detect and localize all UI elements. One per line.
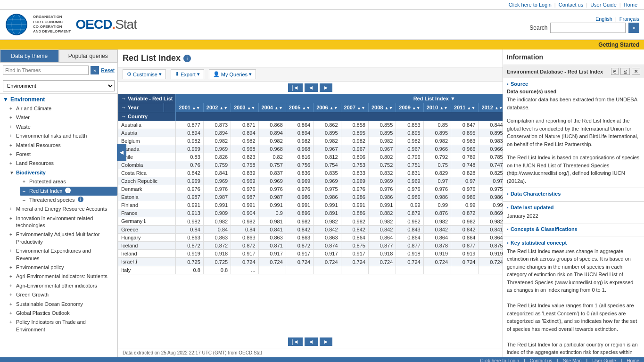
getting-started-label[interactable]: Getting Started <box>598 41 639 48</box>
sidebar-item-global-plastics[interactable]: + Global Plastics Outlook <box>7 309 117 318</box>
footer-login-link[interactable]: Click here to Login <box>480 358 519 362</box>
login-link[interactable]: Click here to Login <box>509 2 552 8</box>
country-sub-header <box>164 103 176 112</box>
sidebar-item-material[interactable]: + Material Resources <box>7 141 117 150</box>
sidebar-item-green-growth[interactable]: + Green Growth <box>7 290 117 299</box>
value-cell: 0.968 <box>258 145 286 153</box>
sidebar-item-env-policy[interactable]: + Environmental policy <box>7 263 117 272</box>
search-button[interactable]: » <box>628 23 639 33</box>
sort-icon[interactable]: ▲▼ <box>357 106 365 110</box>
value-cell: 0.99 <box>423 201 451 209</box>
nav-next-button[interactable]: ► <box>320 83 333 92</box>
sort-icon[interactable]: ▲▼ <box>219 106 228 110</box>
sidebar-item-water[interactable]: + Water <box>7 113 117 122</box>
user-guide-link[interactable]: User Guide <box>590 2 617 8</box>
value-cell: 0.832 <box>368 169 396 177</box>
sidebar-reset-button[interactable]: Reset <box>101 67 115 73</box>
value-cell: 0.919 <box>451 250 479 258</box>
panel-icon-btn-1[interactable]: ⎘ <box>611 68 619 75</box>
sort-icon[interactable]: ▲▼ <box>247 106 256 110</box>
nav-bottom-next-button[interactable]: ► <box>320 337 333 346</box>
sort-icon[interactable]: ▲▼ <box>302 106 310 110</box>
tab-data-by-theme[interactable]: Data by theme <box>0 49 59 62</box>
sidebar-item-red-list-index[interactable]: – Red List Index i <box>20 187 117 196</box>
sidebar-search-input[interactable] <box>3 66 89 75</box>
sidebar-item-sustainable-ocean[interactable]: + Sustainable Ocean Economy <box>7 300 117 309</box>
value-cell: 0.895 <box>314 129 341 137</box>
sidebar-item-env-risks[interactable]: + Environmental risks and health <box>7 132 117 140</box>
value-cell: 0.724 <box>479 258 503 266</box>
table-row: Finland0.9910.9910.9910.9910.9910.9910.9… <box>118 201 503 209</box>
tab-popular-queries[interactable]: Popular queries <box>59 49 118 62</box>
sidebar-search-button[interactable]: » <box>91 66 99 74</box>
tree-root-environment[interactable]: ▼ Environment <box>0 95 117 104</box>
sidebar-item-protected-areas[interactable]: + Protected areas <box>20 177 117 186</box>
sort-icon[interactable]: ▲▼ <box>467 106 476 110</box>
contact-link[interactable]: Contact us <box>559 2 584 8</box>
value-cell: 0.85 <box>423 121 451 129</box>
sidebar-toggle-button[interactable]: ◄ <box>117 144 126 161</box>
value-cell: 0.896 <box>286 209 313 217</box>
nav-prev-button[interactable]: ◄ <box>305 83 318 92</box>
source-section: Source Data source(s) used The indicator… <box>503 78 644 188</box>
footer-home-link[interactable]: Home <box>627 358 639 362</box>
info-icon[interactable]: i <box>65 188 71 193</box>
footer-userguide-link[interactable]: User Guide <box>592 358 616 362</box>
value-cell: 0.894 <box>286 129 313 137</box>
top-bar: Click here to Login | Contact us | User … <box>0 0 644 10</box>
sidebar-item-innovation[interactable]: + Innovation in environment-related tech… <box>7 214 117 230</box>
value-cell: 0.969 <box>176 145 203 153</box>
export-button[interactable]: ⬇ Export ▾ <box>171 69 204 79</box>
sidebar-item-policy-trade[interactable]: + Policy Indicators on Trade and Environ… <box>7 318 117 334</box>
sidebar-item-mineral-energy[interactable]: + Mineral and Energy Resource Accounts <box>7 205 117 214</box>
my-queries-button[interactable]: 👤 My Queries ▾ <box>209 69 256 79</box>
info-icon[interactable]: i <box>78 197 83 202</box>
sidebar-item-biodiversity[interactable]: ▼ Biodiversity <box>7 168 117 177</box>
sort-icon[interactable]: ▲▼ <box>495 106 503 110</box>
value-cell: 0.836 <box>286 169 313 177</box>
footer-sitemap-link[interactable]: Site Map <box>563 358 581 362</box>
sidebar-item-land[interactable]: + Land Resources <box>7 159 117 168</box>
sort-icon[interactable]: ▲▼ <box>274 106 283 110</box>
column-sort-icon[interactable]: ▼ <box>450 96 455 101</box>
sort-icon[interactable]: ▲▼ <box>439 106 448 110</box>
item-label: Green Growth <box>16 291 49 298</box>
footer-contact-link[interactable]: Contact us <box>530 358 553 362</box>
sidebar-item-env-adjusted[interactable]: + Environmentally Adjusted Multifactor P… <box>7 230 117 247</box>
sort-icon[interactable]: ▲▼ <box>330 106 338 110</box>
nav-bottom-prev-button[interactable]: ◄ <box>305 337 318 346</box>
panel-icon-btn-2[interactable]: 🖨 <box>620 68 630 75</box>
sidebar-item-air-climate[interactable]: + Air and Climate <box>7 104 117 113</box>
expand-icon: + <box>9 292 14 298</box>
sidebar-theme-select[interactable]: Environment <box>3 80 115 91</box>
english-link[interactable]: English <box>595 16 612 22</box>
value-cell: 0.843 <box>396 226 423 234</box>
value-cell: 0.969 <box>341 177 368 185</box>
table-row: France0.9130.9090.9040.90.8960.8910.8860… <box>118 209 503 217</box>
value-cell: 0.969 <box>396 177 423 185</box>
sidebar-item-forest[interactable]: + Forest <box>7 150 117 159</box>
sidebar-item-agri-env-nutrients[interactable]: + Agri-Environmental indicators: Nutrien… <box>7 272 117 281</box>
value-cell: 0.829 <box>423 169 451 177</box>
sort-icon[interactable]: ▲▼ <box>192 106 200 110</box>
country-cell: Estonia <box>118 193 176 201</box>
table-row: Italy0.80.8... <box>118 266 503 274</box>
sort-icon[interactable]: ▲▼ <box>384 106 393 110</box>
nav-bottom-first-button[interactable]: |◄ <box>288 337 303 346</box>
nav-first-button[interactable]: |◄ <box>288 83 303 92</box>
customise-button[interactable]: ⚙ Customise ▾ <box>123 69 166 79</box>
year-2001: 2001 ▲▼ <box>176 103 203 112</box>
expand-icon: – <box>23 188 27 195</box>
panel-icon-btn-3[interactable]: ✕ <box>632 68 640 75</box>
french-link[interactable]: Français <box>619 16 639 22</box>
home-link[interactable]: Home <box>624 2 637 8</box>
sidebar-item-waste[interactable]: + Waste <box>7 123 117 132</box>
title-info-icon[interactable]: i <box>183 55 191 62</box>
item-label: Protected areas <box>29 178 66 185</box>
sidebar-item-agri-env-other[interactable]: + Agri-Environmental other indicators <box>7 281 117 290</box>
search-input[interactable] <box>550 23 626 33</box>
sort-icon[interactable]: ▲▼ <box>412 106 421 110</box>
sidebar-item-env-expenditures[interactable]: + Environmental Expenditures and Revenue… <box>7 247 117 263</box>
sidebar-item-threatened-species[interactable]: – Threatened species i <box>20 196 117 205</box>
value-cell: 0.725 <box>176 258 203 266</box>
